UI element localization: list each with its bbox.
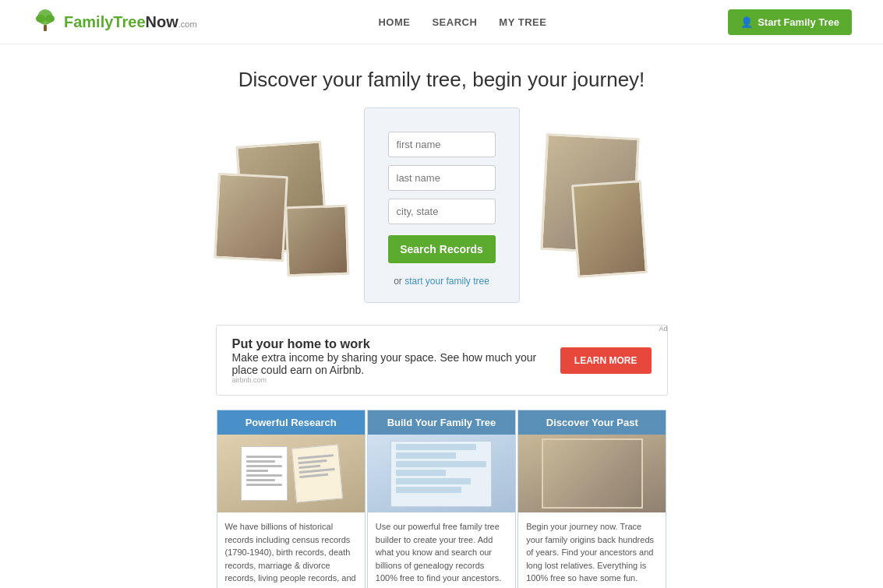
feature-header-research: Powerful Research (217, 410, 365, 435)
ad-headline: Put your home to work (232, 336, 560, 351)
first-name-input[interactable] (388, 132, 496, 157)
left-photo-collage (208, 128, 364, 283)
feature-card-tree: Build Your Family Tree Use our powerful … (367, 410, 516, 588)
start-family-tree-link[interactable]: start your family tree (404, 276, 489, 287)
feature-card-research: Powerful Research (217, 410, 366, 588)
right-photo-collage (520, 128, 676, 283)
document-icon-2 (291, 445, 343, 503)
ad-content: Put your home to work Make extra income … (232, 336, 560, 384)
svg-point-2 (36, 15, 45, 23)
ad-banner-wrapper: Put your home to work Make extra income … (216, 325, 668, 396)
feature-card-past: Discover Your Past Begin your journey no… (517, 410, 666, 588)
tree-icon (31, 8, 59, 36)
feature-body-tree: Use our powerful free family tree builde… (368, 512, 515, 588)
logo[interactable]: FamilyTreeNow.com (31, 8, 197, 36)
feature-header-tree: Build Your Family Tree (368, 410, 515, 435)
svg-point-3 (45, 15, 55, 23)
ad-domain: airbnb.com (232, 376, 560, 384)
logo-text: FamilyTreeNow.com (64, 13, 197, 31)
document-icon-1 (241, 446, 288, 501)
feature-body-past: Begin your journey now. Trace your famil… (518, 512, 666, 588)
feature-image-past (518, 435, 666, 512)
hero-headline: Discover your family tree, begin your jo… (16, 68, 867, 92)
feature-image-tree (368, 435, 515, 512)
ad-label: Ad (659, 325, 667, 333)
city-state-input[interactable] (388, 199, 496, 224)
last-name-input[interactable] (388, 165, 496, 191)
svg-rect-1 (44, 25, 47, 31)
nav-home[interactable]: HOME (378, 16, 410, 28)
feature-header-past: Discover Your Past (518, 410, 666, 435)
hero-section: Discover your family tree, begin your jo… (0, 44, 883, 311)
start-family-tree-button[interactable]: 👤 Start Family Tree (728, 9, 852, 35)
header: FamilyTreeNow.com HOME SEARCH MY TREE 👤 … (0, 0, 883, 44)
search-records-button[interactable]: Search Records (388, 235, 496, 263)
old-photo (542, 438, 643, 509)
nav-my-tree[interactable]: MY TREE (499, 16, 546, 28)
feature-body-research: We have billions of historical records i… (217, 512, 365, 588)
search-form: Search Records or start your family tree (364, 107, 520, 303)
photo-2 (214, 172, 288, 262)
person-icon: 👤 (740, 16, 753, 28)
main-nav: HOME SEARCH MY TREE (378, 16, 546, 28)
or-link-area: or start your family tree (388, 276, 496, 287)
nav-search[interactable]: SEARCH (432, 16, 477, 28)
learn-more-button[interactable]: LEARN MORE (560, 347, 652, 374)
photo-5 (570, 180, 647, 278)
hero-content: Search Records or start your family tree (91, 107, 793, 303)
features-section: Powerful Research (216, 410, 668, 588)
ad-banner: Put your home to work Make extra income … (216, 325, 668, 396)
tree-screenshot (390, 441, 492, 507)
feature-image-records (217, 435, 365, 512)
photo-3 (284, 204, 349, 276)
ad-body: Make extra income by sharing your space.… (232, 351, 560, 376)
